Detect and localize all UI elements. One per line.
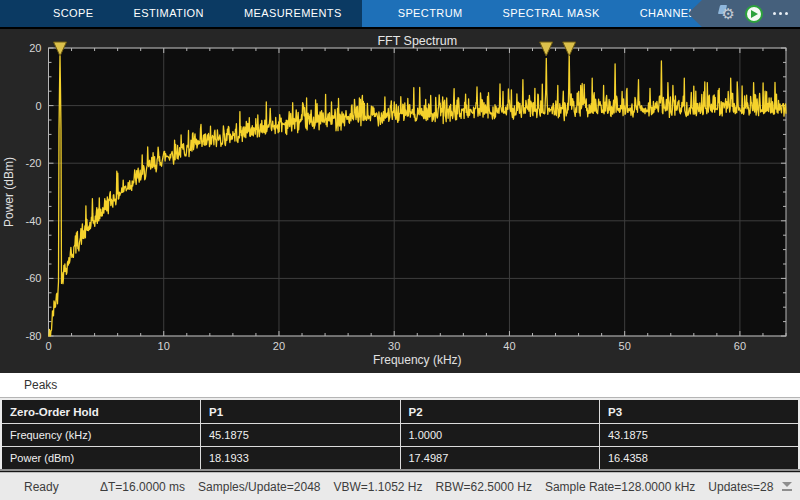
status-vbw: VBW=1.1052 Hz	[333, 480, 422, 494]
x-tick-label: 0	[45, 340, 51, 352]
play-triangle-icon	[751, 10, 758, 18]
y-axis-label: Power (dBm)	[2, 157, 16, 227]
y-tick-label: -20	[26, 157, 42, 169]
tab-spectral-mask[interactable]: SPECTRAL MASK	[483, 0, 620, 27]
table-header-p3: P3	[600, 399, 800, 424]
table-cell-value: 43.1875	[600, 424, 800, 447]
plot-background	[49, 48, 787, 336]
table-header-series: Zero-Order Hold	[1, 399, 201, 424]
x-tick-label: 10	[158, 340, 170, 352]
table-cell-value: 45.1875	[201, 424, 401, 447]
peaks-table: Zero-Order Hold P1 P2 P3 Frequency (kHz)…	[0, 398, 800, 471]
x-axis-label: Frequency (kHz)	[373, 353, 462, 367]
more-ellipsis-icon[interactable]	[773, 8, 788, 19]
y-tick-label: 0	[35, 100, 41, 112]
status-bar: Ready ΔT=16.0000 ms Samples/Update=2048 …	[0, 472, 800, 500]
tab-measurements[interactable]: MEASUREMENTS	[224, 0, 362, 27]
status-items: ΔT=16.0000 ms Samples/Update=2048 VBW=1.…	[100, 480, 800, 494]
status-sample-rate: Sample Rate=128.0000 kHz	[545, 480, 695, 494]
table-cell-value: 17.4987	[400, 447, 600, 471]
tab-estimation[interactable]: ESTIMATION	[114, 0, 224, 27]
x-tick-label: 30	[388, 340, 400, 352]
table-cell-value: 1.0000	[400, 424, 600, 447]
y-tick-label: -60	[26, 272, 42, 284]
y-tick-label: -40	[26, 215, 42, 227]
spectrum-plot-panel: 0102030405060200-20-40-60-80FFT Spectrum…	[0, 29, 800, 373]
table-cell-value: 18.1933	[201, 447, 401, 471]
status-samples-update: Samples/Update=2048	[198, 480, 320, 494]
toolbar: SCOPE ESTIMATION MEASUREMENTS SPECTRUM S…	[0, 0, 800, 29]
x-tick-label: 20	[273, 340, 285, 352]
x-tick-label: 40	[503, 340, 515, 352]
peaks-panel-header: Peaks	[0, 373, 800, 398]
table-cell-label: Power (dBm)	[1, 447, 201, 471]
plot-title: FFT Spectrum	[377, 34, 457, 48]
settings-gear-icon[interactable]: ⚙	[722, 6, 735, 21]
fft-spectrum-plot[interactable]: 0102030405060200-20-40-60-80FFT Spectrum…	[0, 29, 800, 373]
status-delta-t: ΔT=16.0000 ms	[100, 480, 185, 494]
status-updates: Updates=288	[708, 480, 780, 494]
peaks-panel-title: Peaks	[24, 378, 57, 392]
table-header-p2: P2	[400, 399, 600, 424]
table-cell-label: Frequency (kHz)	[1, 424, 201, 447]
table-header-p1: P1	[201, 399, 401, 424]
status-rbw: RBW=62.5000 Hz	[436, 480, 532, 494]
x-tick-label: 50	[619, 340, 631, 352]
status-state: Ready	[24, 480, 74, 494]
table-row-frequency: Frequency (kHz) 45.1875 1.0000 43.1875	[1, 424, 799, 447]
peaks-table-zone: Zero-Order Hold P1 P2 P3 Frequency (kHz)…	[0, 398, 800, 472]
table-cell-value: 16.4358	[600, 447, 800, 471]
statusbar-dock-icon[interactable]	[774, 473, 800, 500]
x-tick-label: 60	[734, 340, 746, 352]
table-row-power: Power (dBm) 18.1933 17.4987 16.4358	[1, 447, 799, 471]
toolstrip-quick-actions: ⚙	[688, 0, 800, 27]
tab-group-main: SCOPE ESTIMATION MEASUREMENTS	[0, 0, 362, 27]
y-tick-label: -80	[26, 330, 42, 342]
y-tick-label: 20	[29, 42, 41, 54]
table-header-row: Zero-Order Hold P1 P2 P3	[1, 399, 799, 424]
tab-scope[interactable]: SCOPE	[33, 0, 114, 27]
tab-spectrum[interactable]: SPECTRUM	[378, 0, 483, 27]
run-play-icon[interactable]	[745, 5, 763, 23]
